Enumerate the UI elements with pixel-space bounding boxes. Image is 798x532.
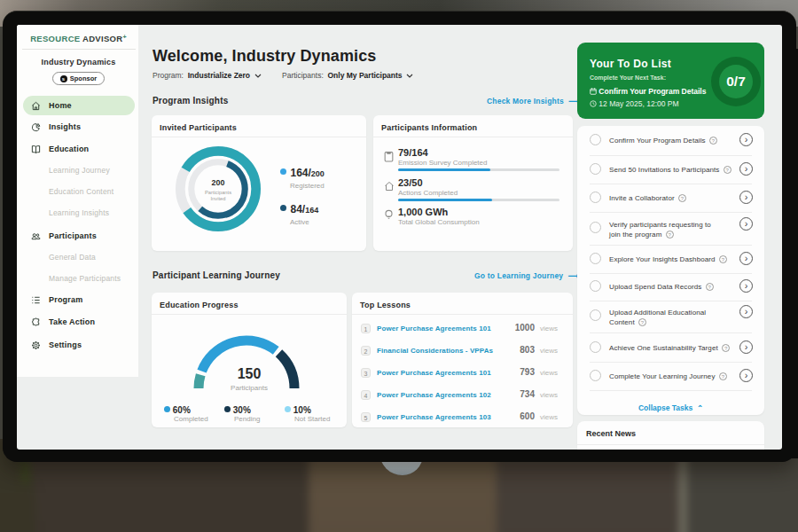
svg-text:200: 200 (212, 178, 225, 187)
svg-text:Participants: Participants (205, 190, 231, 195)
svg-text:Invited: Invited (211, 196, 226, 201)
